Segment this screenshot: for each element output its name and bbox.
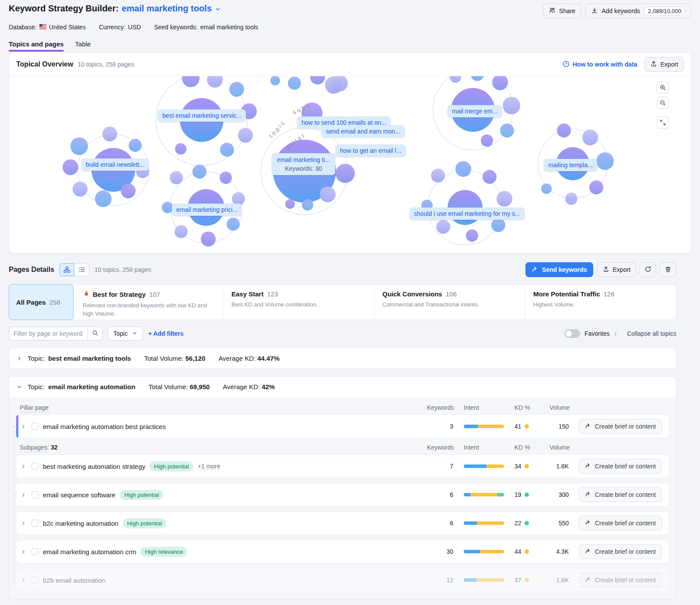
strategy-tab[interactable]: Best for Strategy 107 Relevant non-brand…	[72, 285, 223, 320]
row-checkbox[interactable]	[32, 548, 38, 555]
topic-bubble[interactable]	[483, 170, 497, 184]
bubble-label-how-to-get-email-list[interactable]: how to get an email l...	[336, 144, 406, 157]
bubble-label-send-email-earn-money[interactable]: send email and earn mon...	[322, 125, 405, 137]
search-button[interactable]	[88, 327, 102, 341]
topic-bubble[interactable]	[310, 76, 325, 84]
topic-bubble[interactable]	[220, 143, 234, 157]
topic-bubble[interactable]	[481, 134, 493, 147]
bubble-label-email-marketing-pricing[interactable]: email marketing prici...	[172, 204, 242, 216]
bubble-label-build-email-newsletter[interactable]: build email newslett...	[81, 158, 149, 171]
info-icon[interactable]: i	[614, 330, 618, 337]
topic-bubble[interactable]	[557, 123, 571, 137]
expand-row-icon[interactable]	[20, 491, 27, 499]
topic-bubble[interactable]	[270, 76, 280, 85]
topic-bubble[interactable]	[227, 218, 240, 231]
favorites-toggle[interactable]	[564, 329, 580, 338]
bubble-label-mail-merge[interactable]: mail merge em...	[448, 105, 502, 117]
create-brief-button[interactable]: Create brief or content	[579, 516, 662, 531]
topic-bubble[interactable]	[95, 190, 112, 207]
create-brief-button[interactable]: Create brief or content	[579, 459, 662, 474]
topic-bubble[interactable]	[320, 186, 336, 202]
filter-search-input[interactable]	[9, 327, 88, 341]
strategy-tab-all-pages[interactable]: All Pages 258	[9, 284, 74, 320]
topic-bubble[interactable]	[582, 130, 598, 145]
project-name[interactable]: email marketing tools	[122, 4, 212, 14]
topic-bubble[interactable]	[431, 169, 445, 183]
row-checkbox[interactable]	[32, 491, 38, 498]
topic-bubble[interactable]	[129, 139, 142, 152]
fit-view-button[interactable]	[657, 116, 669, 129]
topic-bubble[interactable]	[596, 152, 614, 170]
topic-bubble[interactable]	[175, 225, 188, 238]
tab-table[interactable]: Table	[75, 40, 91, 52]
create-brief-button[interactable]: Create brief or content	[579, 573, 662, 587]
topic-bubble[interactable]	[500, 123, 514, 137]
add-keywords-button[interactable]: Add keywords 2,089/10,000	[585, 4, 691, 18]
strategy-tab[interactable]: Easy Start 123 Best KD and Volume combin…	[223, 285, 374, 320]
topic-bubble[interactable]	[336, 164, 355, 183]
collapse-topic-icon[interactable]	[16, 384, 22, 390]
topic-bubble[interactable]	[121, 183, 136, 198]
add-filters-link[interactable]: + Add filters	[148, 330, 184, 337]
topic-bubble[interactable]	[565, 193, 578, 205]
row-checkbox[interactable]	[32, 463, 38, 470]
tree-view-button[interactable]	[60, 263, 74, 276]
topic-filter-dropdown[interactable]: Topic	[108, 327, 143, 341]
topic-bubble[interactable]	[201, 232, 216, 246]
bubble-label-mailing-templates[interactable]: mailing templa...	[544, 159, 597, 171]
topic-bubble[interactable]	[497, 191, 512, 207]
topic-bubble[interactable]	[170, 171, 183, 184]
collapse-all-topics-link[interactable]: Collapse all topics	[627, 330, 676, 337]
bubble-label-best-email-marketing-services[interactable]: best email marketing servic...	[158, 109, 246, 122]
topic-bubble[interactable]	[238, 128, 253, 143]
share-button[interactable]: Share	[543, 4, 581, 18]
topic-bubble[interactable]	[73, 182, 88, 197]
expand-row-icon[interactable]	[20, 577, 27, 584]
topic-bubble[interactable]	[503, 97, 520, 114]
topic-bubble[interactable]	[192, 165, 206, 179]
topic-bubble[interactable]	[466, 229, 478, 242]
refresh-button[interactable]	[640, 262, 656, 277]
create-brief-button[interactable]: Create brief or content	[579, 419, 662, 434]
pillar-topic-tooltip[interactable]: email marketing ti... Keywords: 30	[272, 153, 335, 175]
strategy-tab[interactable]: More Potential Traffic 126 Highest Volum…	[525, 285, 676, 320]
overview-export-button[interactable]: Export	[644, 57, 684, 72]
more-badges-link[interactable]: +1 more	[198, 463, 220, 470]
bubble-label-should-i-use-email-marketing[interactable]: should i use email marketing for my s...	[410, 208, 525, 220]
pages-export-button[interactable]: Export	[597, 262, 636, 277]
topic-bubble[interactable]	[220, 172, 232, 184]
topic-bubble[interactable]	[102, 127, 117, 141]
expand-row-icon[interactable]	[20, 520, 27, 527]
expand-row-icon[interactable]	[20, 463, 27, 470]
delete-button[interactable]	[660, 262, 676, 277]
row-checkbox[interactable]	[32, 423, 38, 430]
topic-bubble[interactable]	[491, 218, 505, 232]
topic-bubble[interactable]	[285, 199, 295, 209]
tab-topics-and-pages[interactable]: Topics and pages	[9, 40, 64, 52]
expand-topic-icon[interactable]	[16, 355, 22, 362]
project-dropdown-icon[interactable]	[215, 6, 221, 12]
zoom-in-button[interactable]	[657, 81, 669, 94]
how-to-work-link[interactable]: ? How to work with data	[563, 60, 637, 69]
topic-bubble[interactable]	[436, 220, 450, 234]
topic-bubble[interactable]	[331, 76, 348, 91]
create-brief-button[interactable]: Create brief or content	[579, 544, 662, 559]
list-view-button[interactable]	[74, 263, 89, 276]
topic-bubble[interactable]	[589, 180, 603, 194]
topic-bubble[interactable]	[455, 161, 471, 177]
topic-bubble[interactable]	[175, 143, 186, 155]
row-checkbox[interactable]	[32, 520, 38, 527]
strategy-tab[interactable]: Quick Conversions 106 Commercial and Tra…	[374, 285, 525, 320]
expand-row-icon[interactable]	[20, 423, 27, 430]
send-keywords-button[interactable]: Send keywords	[525, 262, 593, 277]
topic-bubble[interactable]	[70, 137, 88, 155]
topic-bubble[interactable]	[229, 82, 244, 97]
zoom-out-button[interactable]	[657, 97, 669, 109]
topic-bubble[interactable]	[541, 183, 552, 194]
expand-row-icon[interactable]	[20, 548, 27, 556]
topic-bubble[interactable]	[63, 159, 78, 175]
create-brief-button[interactable]: Create brief or content	[579, 487, 662, 502]
topic-bubble[interactable]	[302, 199, 313, 211]
row-checkbox[interactable]	[32, 577, 38, 584]
topic-bubble[interactable]	[288, 77, 301, 90]
